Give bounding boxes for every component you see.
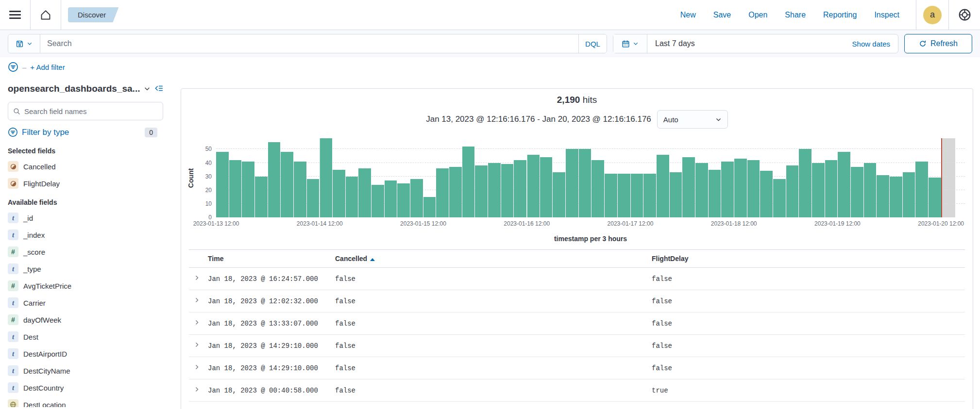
histogram-bar[interactable] (527, 155, 540, 217)
avatar[interactable]: a (923, 6, 942, 24)
histogram-bar[interactable] (915, 162, 928, 217)
histogram-bar[interactable] (695, 163, 708, 217)
field-search-input[interactable] (24, 107, 158, 115)
histogram-bar[interactable] (670, 172, 682, 217)
histogram-bar[interactable] (372, 185, 384, 217)
help-button[interactable] (949, 0, 980, 30)
histogram-bar[interactable] (760, 171, 773, 217)
histogram-bar[interactable] (747, 160, 760, 217)
filter-by-type-button[interactable]: Filter by type (22, 128, 69, 137)
chevron-down-icon[interactable] (144, 85, 151, 92)
histogram-bar[interactable] (358, 168, 371, 217)
histogram-bar[interactable] (773, 179, 786, 217)
topnav-link-new[interactable]: New (680, 11, 696, 19)
expand-row-icon[interactable] (194, 342, 200, 348)
histogram-bar[interactable] (449, 167, 462, 217)
topnav-link-share[interactable]: Share (785, 11, 806, 19)
histogram-bar[interactable] (501, 164, 514, 217)
topnav-link-open[interactable]: Open (748, 11, 767, 19)
histogram-bar[interactable] (216, 152, 229, 217)
histogram-bar[interactable] (591, 160, 604, 217)
column-header-time[interactable]: Time (204, 250, 331, 268)
topnav-link-save[interactable]: Save (713, 11, 731, 19)
field-item-Carrier[interactable]: tCarrier (8, 297, 163, 308)
histogram-bar[interactable] (579, 149, 591, 217)
histogram-bar[interactable] (799, 149, 811, 217)
home-button[interactable] (31, 0, 61, 30)
topnav-link-reporting[interactable]: Reporting (823, 11, 857, 19)
histogram-bar[interactable] (929, 178, 941, 217)
histogram-bar[interactable] (682, 157, 695, 217)
histogram-bar[interactable] (488, 163, 501, 217)
expand-row-icon[interactable] (194, 364, 200, 370)
histogram-bar[interactable] (423, 197, 436, 217)
histogram-bar[interactable] (475, 165, 488, 217)
show-dates-button[interactable]: Show dates (852, 40, 898, 48)
expand-row-icon[interactable] (194, 275, 200, 281)
filter-circle-icon[interactable] (8, 62, 18, 72)
index-pattern-title[interactable]: opensearch_dashboards_sa... (8, 83, 140, 94)
histogram-bar[interactable] (281, 152, 293, 217)
field-item-DestAirportID[interactable]: tDestAirportID (8, 348, 163, 359)
column-header-cancelled[interactable]: Cancelled (331, 250, 648, 268)
histogram-bar[interactable] (734, 159, 747, 217)
topnav-link-inspect[interactable]: Inspect (874, 11, 899, 19)
histogram-bar[interactable] (605, 174, 617, 217)
histogram-bar[interactable] (903, 172, 915, 217)
field-item-_index[interactable]: t_index (8, 229, 163, 240)
expand-row-icon[interactable] (194, 319, 200, 326)
histogram-bar[interactable] (346, 177, 358, 217)
field-item-Cancelled[interactable]: Cancelled (8, 161, 163, 172)
field-item-_id[interactable]: t_id (8, 213, 163, 223)
histogram-bar[interactable] (890, 177, 902, 217)
date-picker-menu-button[interactable] (613, 34, 647, 53)
search-input[interactable] (40, 34, 578, 53)
histogram-bar[interactable] (618, 174, 630, 217)
collapse-sidebar-button[interactable] (154, 84, 163, 94)
time-range-value[interactable]: Last 7 days (647, 39, 852, 48)
refresh-button[interactable]: Refresh (904, 34, 972, 53)
histogram-bar[interactable] (462, 147, 475, 217)
add-filter-button[interactable]: + Add filter (30, 63, 65, 71)
field-item-DestLocation[interactable]: DestLocation (8, 399, 163, 407)
histogram-bar[interactable] (812, 163, 825, 217)
field-item-Dest[interactable]: tDest (8, 331, 163, 342)
histogram-bar[interactable] (397, 183, 410, 217)
histogram-bar[interactable] (851, 167, 863, 217)
histogram-bar[interactable] (410, 179, 423, 217)
histogram-bar[interactable] (721, 162, 734, 217)
histogram-bar[interactable] (643, 174, 656, 217)
histogram-bar[interactable] (294, 162, 306, 217)
histogram-bar[interactable] (877, 175, 889, 217)
interval-select[interactable]: Auto (657, 110, 728, 129)
field-item-DestCityName[interactable]: tDestCityName (8, 365, 163, 376)
field-item-AvgTicketPrice[interactable]: #AvgTicketPrice (8, 280, 163, 291)
histogram-bar[interactable] (786, 165, 799, 217)
field-item-FlightDelay[interactable]: FlightDelay (8, 178, 163, 189)
histogram-bar[interactable] (825, 160, 838, 217)
saved-query-menu-button[interactable] (8, 34, 40, 53)
field-item-_score[interactable]: #_score (8, 246, 163, 257)
histogram-bar[interactable] (553, 172, 565, 217)
field-item-_type[interactable]: t_type (8, 263, 163, 274)
histogram-bar[interactable] (864, 163, 877, 217)
histogram-bar[interactable] (436, 168, 449, 217)
field-item-DestCountry[interactable]: tDestCountry (8, 382, 163, 393)
histogram-bar[interactable] (657, 155, 669, 217)
histogram-bar[interactable] (566, 149, 578, 217)
histogram-bar[interactable] (709, 170, 721, 217)
histogram-bar[interactable] (385, 180, 397, 217)
menu-button[interactable] (0, 0, 30, 30)
field-item-dayOfWeek[interactable]: #dayOfWeek (8, 314, 163, 325)
query-language-button[interactable]: DQL (578, 34, 607, 53)
histogram-bar[interactable] (242, 162, 254, 217)
histogram-bar[interactable] (333, 170, 345, 217)
histogram-bar[interactable] (255, 177, 268, 217)
expand-row-icon[interactable] (194, 386, 200, 393)
histogram-bar[interactable] (320, 138, 332, 217)
histogram-bar[interactable] (514, 160, 526, 217)
histogram-bar[interactable] (229, 160, 242, 217)
histogram-bar[interactable] (268, 142, 281, 217)
expand-row-icon[interactable] (194, 297, 200, 303)
histogram-bar[interactable] (838, 152, 850, 217)
